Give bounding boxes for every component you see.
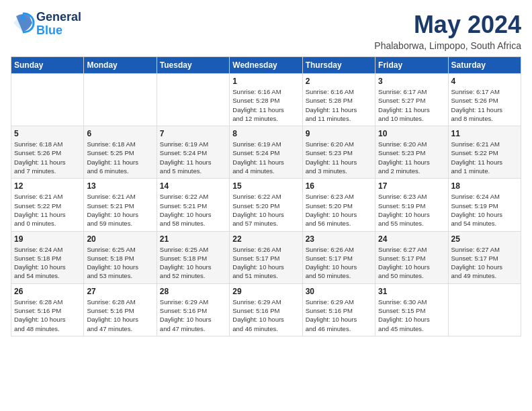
calendar-header-friday: Friday: [375, 57, 448, 74]
day-info: Sunrise: 6:29 AM Sunset: 5:16 PM Dayligh…: [160, 298, 226, 333]
day-number: 4: [451, 77, 518, 86]
calendar-cell: 18Sunrise: 6:24 AM Sunset: 5:19 PM Dayli…: [448, 179, 521, 231]
day-info: Sunrise: 6:24 AM Sunset: 5:18 PM Dayligh…: [14, 245, 81, 281]
day-info: Sunrise: 6:28 AM Sunset: 5:16 PM Dayligh…: [87, 298, 153, 333]
day-number: 31: [378, 287, 445, 296]
day-number: 6: [87, 129, 153, 138]
title-section: May 2024 Phalaborwa, Limpopo, South Afri…: [374, 11, 521, 51]
calendar-cell: 14Sunrise: 6:22 AM Sunset: 5:21 PM Dayli…: [157, 179, 229, 231]
calendar-cell: [84, 74, 157, 126]
day-info: Sunrise: 6:21 AM Sunset: 5:22 PM Dayligh…: [14, 192, 81, 228]
day-number: 27: [87, 287, 153, 296]
day-number: 28: [160, 287, 226, 296]
day-info: Sunrise: 6:21 AM Sunset: 5:22 PM Dayligh…: [451, 140, 518, 175]
calendar-header-wednesday: Wednesday: [230, 57, 302, 74]
calendar-week-2: 5Sunrise: 6:18 AM Sunset: 5:26 PM Daylig…: [11, 126, 521, 179]
calendar-cell: 6Sunrise: 6:18 AM Sunset: 5:25 PM Daylig…: [84, 126, 157, 179]
logo-icon: [11, 11, 35, 35]
day-number: 1: [232, 77, 299, 86]
day-number: 22: [232, 234, 299, 244]
day-number: 29: [232, 287, 299, 296]
calendar-header-sunday: Sunday: [11, 57, 84, 74]
day-info: Sunrise: 6:19 AM Sunset: 5:24 PM Dayligh…: [232, 140, 299, 175]
calendar-cell: 3Sunrise: 6:17 AM Sunset: 5:27 PM Daylig…: [375, 74, 448, 126]
day-info: Sunrise: 6:21 AM Sunset: 5:21 PM Dayligh…: [87, 192, 153, 228]
day-info: Sunrise: 6:17 AM Sunset: 5:27 PM Dayligh…: [378, 87, 445, 123]
day-number: 25: [451, 234, 518, 244]
page-header: General Blue May 2024 Phalaborwa, Limpop…: [11, 11, 521, 51]
calendar-cell: 11Sunrise: 6:21 AM Sunset: 5:22 PM Dayli…: [448, 126, 521, 179]
calendar-cell: 31Sunrise: 6:30 AM Sunset: 5:15 PM Dayli…: [375, 283, 448, 336]
calendar-cell: 5Sunrise: 6:18 AM Sunset: 5:26 PM Daylig…: [11, 126, 84, 179]
day-number: 23: [306, 234, 372, 244]
calendar-cell: 26Sunrise: 6:28 AM Sunset: 5:16 PM Dayli…: [11, 283, 84, 336]
day-number: 26: [14, 287, 81, 296]
calendar-header-row: SundayMondayTuesdayWednesdayThursdayFrid…: [11, 57, 521, 74]
calendar-cell: 2Sunrise: 6:16 AM Sunset: 5:28 PM Daylig…: [302, 74, 375, 126]
day-number: 17: [378, 181, 445, 191]
calendar-cell: 8Sunrise: 6:19 AM Sunset: 5:24 PM Daylig…: [230, 126, 302, 179]
day-info: Sunrise: 6:29 AM Sunset: 5:16 PM Dayligh…: [306, 298, 372, 333]
day-info: Sunrise: 6:17 AM Sunset: 5:26 PM Dayligh…: [451, 87, 518, 123]
day-info: Sunrise: 6:23 AM Sunset: 5:19 PM Dayligh…: [378, 192, 445, 228]
day-info: Sunrise: 6:16 AM Sunset: 5:28 PM Dayligh…: [306, 87, 372, 123]
calendar-cell: [157, 74, 229, 126]
day-info: Sunrise: 6:23 AM Sunset: 5:20 PM Dayligh…: [306, 192, 372, 228]
logo: General Blue: [11, 11, 81, 38]
day-info: Sunrise: 6:22 AM Sunset: 5:21 PM Dayligh…: [160, 192, 226, 228]
calendar-cell: 15Sunrise: 6:22 AM Sunset: 5:20 PM Dayli…: [230, 179, 302, 231]
day-number: 7: [160, 129, 226, 138]
calendar-cell: 1Sunrise: 6:16 AM Sunset: 5:28 PM Daylig…: [230, 74, 302, 126]
calendar-cell: 28Sunrise: 6:29 AM Sunset: 5:16 PM Dayli…: [157, 283, 229, 336]
calendar-header-thursday: Thursday: [302, 57, 375, 74]
calendar-cell: 30Sunrise: 6:29 AM Sunset: 5:16 PM Dayli…: [302, 283, 375, 336]
calendar-cell: [448, 283, 521, 336]
calendar-cell: 4Sunrise: 6:17 AM Sunset: 5:26 PM Daylig…: [448, 74, 521, 126]
day-number: 21: [160, 234, 226, 244]
calendar-table: SundayMondayTuesdayWednesdayThursdayFrid…: [11, 56, 521, 336]
day-info: Sunrise: 6:25 AM Sunset: 5:18 PM Dayligh…: [160, 245, 226, 281]
calendar-week-5: 26Sunrise: 6:28 AM Sunset: 5:16 PM Dayli…: [11, 283, 521, 336]
day-number: 20: [87, 234, 153, 244]
day-number: 13: [87, 181, 153, 191]
day-info: Sunrise: 6:20 AM Sunset: 5:23 PM Dayligh…: [306, 140, 372, 175]
calendar-week-4: 19Sunrise: 6:24 AM Sunset: 5:18 PM Dayli…: [11, 231, 521, 283]
calendar-cell: 16Sunrise: 6:23 AM Sunset: 5:20 PM Dayli…: [302, 179, 375, 231]
day-number: 5: [14, 129, 81, 138]
day-info: Sunrise: 6:30 AM Sunset: 5:15 PM Dayligh…: [378, 298, 445, 333]
calendar-cell: 24Sunrise: 6:27 AM Sunset: 5:17 PM Dayli…: [375, 231, 448, 283]
calendar-cell: 25Sunrise: 6:27 AM Sunset: 5:17 PM Dayli…: [448, 231, 521, 283]
calendar-header-monday: Monday: [84, 57, 157, 74]
day-info: Sunrise: 6:27 AM Sunset: 5:17 PM Dayligh…: [451, 245, 518, 281]
day-number: 10: [378, 129, 445, 138]
calendar-cell: 10Sunrise: 6:20 AM Sunset: 5:23 PM Dayli…: [375, 126, 448, 179]
calendar-cell: 20Sunrise: 6:25 AM Sunset: 5:18 PM Dayli…: [84, 231, 157, 283]
day-number: 2: [306, 77, 372, 86]
logo-text-line2: Blue: [36, 24, 81, 38]
day-info: Sunrise: 6:29 AM Sunset: 5:16 PM Dayligh…: [232, 298, 299, 333]
calendar-header-saturday: Saturday: [448, 57, 521, 74]
day-number: 19: [14, 234, 81, 244]
calendar-cell: 22Sunrise: 6:26 AM Sunset: 5:17 PM Dayli…: [230, 231, 302, 283]
calendar-cell: 13Sunrise: 6:21 AM Sunset: 5:21 PM Dayli…: [84, 179, 157, 231]
calendar-cell: 27Sunrise: 6:28 AM Sunset: 5:16 PM Dayli…: [84, 283, 157, 336]
day-number: 30: [306, 287, 372, 296]
calendar-cell: 19Sunrise: 6:24 AM Sunset: 5:18 PM Dayli…: [11, 231, 84, 283]
day-number: 11: [451, 129, 518, 138]
day-info: Sunrise: 6:27 AM Sunset: 5:17 PM Dayligh…: [378, 245, 445, 281]
calendar-cell: 9Sunrise: 6:20 AM Sunset: 5:23 PM Daylig…: [302, 126, 375, 179]
calendar-cell: 12Sunrise: 6:21 AM Sunset: 5:22 PM Dayli…: [11, 179, 84, 231]
calendar-week-3: 12Sunrise: 6:21 AM Sunset: 5:22 PM Dayli…: [11, 179, 521, 231]
logo-text-line1: General: [36, 11, 81, 24]
day-number: 3: [378, 77, 445, 86]
calendar-cell: 23Sunrise: 6:26 AM Sunset: 5:17 PM Dayli…: [302, 231, 375, 283]
day-info: Sunrise: 6:24 AM Sunset: 5:19 PM Dayligh…: [451, 192, 518, 228]
day-number: 16: [306, 181, 372, 191]
day-number: 12: [14, 181, 81, 191]
calendar-cell: 29Sunrise: 6:29 AM Sunset: 5:16 PM Dayli…: [230, 283, 302, 336]
calendar-header-tuesday: Tuesday: [157, 57, 229, 74]
day-number: 14: [160, 181, 226, 191]
calendar-cell: 17Sunrise: 6:23 AM Sunset: 5:19 PM Dayli…: [375, 179, 448, 231]
calendar-cell: 21Sunrise: 6:25 AM Sunset: 5:18 PM Dayli…: [157, 231, 229, 283]
day-info: Sunrise: 6:16 AM Sunset: 5:28 PM Dayligh…: [232, 87, 299, 123]
